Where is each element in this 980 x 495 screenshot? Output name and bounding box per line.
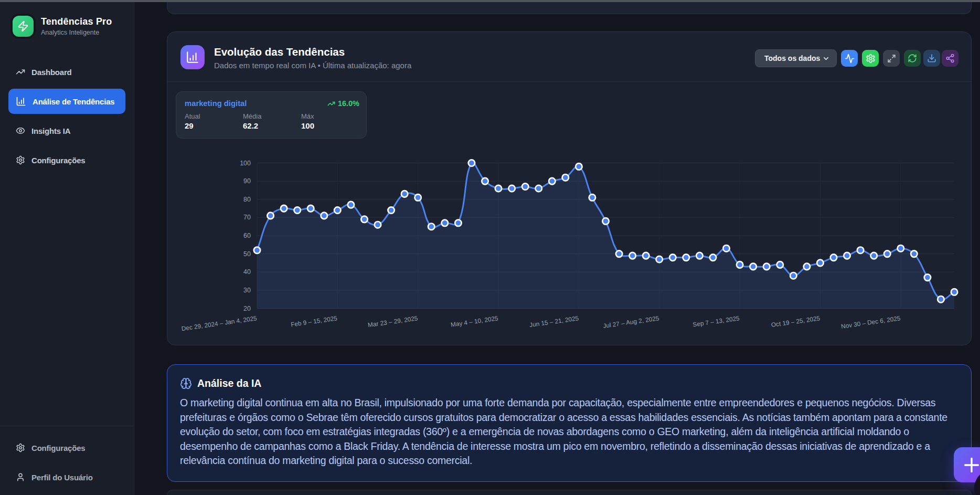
svg-text:Nov 30 – Dec 6, 2025: Nov 30 – Dec 6, 2025	[840, 314, 901, 330]
svg-text:40: 40	[243, 268, 251, 276]
svg-text:Feb 9 – 15, 2025: Feb 9 – 15, 2025	[290, 314, 338, 328]
svg-text:60: 60	[243, 232, 251, 239]
svg-text:70: 70	[243, 214, 251, 221]
svg-text:50: 50	[243, 250, 251, 258]
svg-text:100: 100	[240, 160, 251, 167]
svg-text:80: 80	[243, 196, 251, 203]
svg-text:30: 30	[243, 287, 251, 294]
svg-text:Jul 27 – Aug 2, 2025: Jul 27 – Aug 2, 2025	[603, 314, 660, 330]
svg-text:Oct 19 – 25, 2025: Oct 19 – 25, 2025	[771, 314, 821, 329]
svg-text:May 4 – 10, 2025: May 4 – 10, 2025	[450, 314, 499, 329]
svg-text:90: 90	[243, 177, 251, 185]
svg-text:Dec 29, 2024 – Jan 4, 2025: Dec 29, 2024 – Jan 4, 2025	[181, 314, 258, 332]
svg-text:Jun 15 – 21, 2025: Jun 15 – 21, 2025	[529, 314, 579, 329]
svg-text:20: 20	[243, 305, 251, 312]
svg-text:Sep 7 – 13, 2025: Sep 7 – 13, 2025	[693, 314, 740, 328]
svg-text:Mar 23 – 29, 2025: Mar 23 – 29, 2025	[367, 314, 418, 329]
